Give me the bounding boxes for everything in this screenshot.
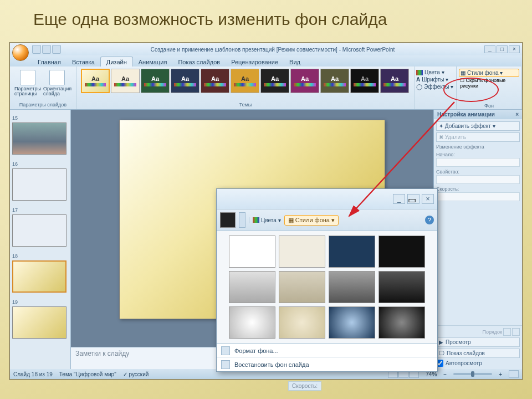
colors-icon	[253, 217, 259, 223]
remove-effect-label: Удалить	[445, 134, 466, 140]
fit-to-window-button[interactable]	[509, 370, 519, 378]
slide-thumb-19[interactable]: 19	[12, 296, 68, 339]
tab-view[interactable]: Вид	[284, 57, 306, 66]
theme-thumb[interactable]: Aa	[350, 69, 379, 93]
bg-style-6[interactable]	[279, 271, 325, 303]
help-icon[interactable]: ?	[425, 216, 434, 224]
theme-aa-label: Aa	[181, 75, 189, 82]
zoom-out-button[interactable]: −	[443, 371, 447, 377]
bg-style-7[interactable]	[329, 271, 375, 303]
add-effect-button[interactable]: ✦ Добавить эффект ▾	[436, 121, 520, 131]
theme-thumb[interactable]: Aa	[171, 69, 200, 93]
background-styles-button[interactable]: ▦Стили фона ▾	[459, 69, 519, 77]
orientation-button[interactable]: Ориентация слайда	[43, 70, 71, 96]
anim-pane-close-icon[interactable]: ×	[515, 111, 519, 117]
slide-num: 17	[12, 207, 18, 213]
popup-ribbon: Цвета ▾ ▦Стили фона ▾ ?	[217, 209, 437, 231]
tab-animation[interactable]: Анимация	[133, 57, 173, 66]
order-up-button[interactable]	[503, 328, 511, 336]
theme-thumb[interactable]: Aa	[201, 69, 229, 93]
bg-style-2[interactable]	[279, 236, 325, 268]
zoom-value[interactable]: 74%	[426, 371, 437, 377]
qat-save-icon[interactable]	[32, 45, 41, 54]
popup-colors-button[interactable]: Цвета ▾	[253, 217, 281, 223]
property-field[interactable]	[436, 175, 520, 184]
theme-thumb[interactable]: Aa	[380, 69, 409, 93]
autopreview-checkbox[interactable]: Автопросмотр	[436, 360, 520, 367]
qat-undo-icon[interactable]	[42, 45, 51, 54]
qat-redo-icon[interactable]	[52, 45, 61, 54]
tab-insert[interactable]: Вставка	[66, 57, 100, 66]
theme-thumb[interactable]: Aa	[320, 69, 349, 93]
slide-thumb-15[interactable]: 15	[12, 112, 68, 155]
theme-aa-label: Aa	[271, 75, 279, 82]
effects-icon: ◯	[416, 84, 422, 90]
bg-style-8[interactable]	[378, 271, 425, 303]
slideshow-button[interactable]: 🖵 Показ слайдов	[436, 349, 520, 358]
zoom-slider[interactable]	[453, 373, 492, 375]
animation-pane: Настройка анимации× ✦ Добавить эффект ▾ …	[433, 110, 522, 369]
theme-thumb[interactable]: Aa	[111, 69, 140, 93]
group-label-themes: Темы	[79, 101, 412, 108]
background-gallery	[217, 231, 437, 344]
bg-style-1[interactable]	[229, 236, 275, 268]
slide-thumb-18[interactable]: 18	[12, 250, 68, 293]
bg-style-11[interactable]	[329, 306, 375, 339]
remove-effect-button[interactable]: ✖ Удалить	[436, 132, 520, 142]
bg-style-5[interactable]	[229, 271, 275, 303]
order-label: Порядок	[483, 329, 502, 335]
speed-field[interactable]	[436, 192, 520, 201]
maximize-button[interactable]: □	[497, 45, 508, 53]
background-styles-popup: _ ▭ × Цвета ▾ ▦Стили фона ▾ ? Формат фон…	[216, 188, 438, 372]
status-language[interactable]: ✓ русский	[123, 371, 149, 377]
slide-num: 18	[12, 253, 18, 259]
themes-gallery[interactable]: Aa Aa Aa Aa Aa Aa Aa Aa Aa Aa Aa	[79, 68, 412, 100]
start-field[interactable]	[436, 158, 520, 167]
anim-pane-title-text: Настройка анимации	[437, 111, 495, 117]
tab-review[interactable]: Рецензирование	[226, 57, 284, 66]
speed-label: Скорость:	[436, 186, 520, 192]
tab-home[interactable]: Главная	[32, 57, 66, 66]
popup-minimize-button[interactable]: _	[393, 194, 405, 204]
colors-icon	[416, 70, 423, 75]
popup-bg-styles-button[interactable]: ▦Стили фона ▾	[284, 215, 339, 226]
status-slide: Слайд 18 из 19	[13, 371, 53, 377]
preview-button[interactable]: ▶ Просмотр	[436, 337, 520, 347]
slide-thumb-16[interactable]: 16	[12, 158, 68, 201]
restore-background-menuitem[interactable]: Восстановить фон слайда	[217, 357, 437, 371]
change-effect-label: Изменение эффекта	[436, 144, 520, 150]
bg-style-9[interactable]	[229, 306, 275, 339]
theme-thumb[interactable]: Aa	[231, 69, 259, 93]
start-label: Начало:	[436, 152, 520, 157]
popup-restore-button[interactable]: ▭	[407, 194, 420, 204]
format-background-menuitem[interactable]: Формат фона...	[217, 344, 437, 357]
theme-aa-label: Aa	[391, 75, 398, 82]
office-button[interactable]	[12, 44, 29, 61]
bg-style-10[interactable]	[279, 306, 325, 339]
colors-button[interactable]: Цвета ▾	[416, 69, 455, 76]
theme-thumb[interactable]: Aa	[260, 69, 289, 93]
order-down-button[interactable]	[512, 328, 520, 336]
close-button[interactable]: ×	[509, 45, 520, 53]
theme-thumb[interactable]: Aa	[290, 69, 319, 93]
tab-design[interactable]: Дизайн	[100, 57, 133, 66]
zoom-in-button[interactable]: +	[499, 371, 502, 377]
slide-thumb-17[interactable]: 17	[12, 204, 68, 247]
page-setup-label: Параметры страницы	[14, 86, 41, 96]
bg-styles-icon: ▦	[288, 217, 294, 224]
bg-style-12[interactable]	[378, 306, 425, 339]
autopreview-label: Автопросмотр	[446, 360, 482, 366]
popup-bg-styles-label: Стили фона	[295, 217, 330, 223]
anim-pane-title: Настройка анимации×	[434, 110, 522, 119]
minimize-button[interactable]: _	[484, 45, 495, 53]
restore-bg-label: Восстановить фон слайда	[234, 361, 309, 368]
tab-slideshow[interactable]: Показ слайдов	[172, 57, 226, 66]
themes-more-button[interactable]	[239, 212, 245, 228]
bg-style-4[interactable]	[378, 236, 425, 268]
popup-close-button[interactable]: ×	[422, 194, 434, 204]
page-setup-button[interactable]: Параметры страницы	[14, 70, 41, 96]
bg-style-3[interactable]	[329, 236, 375, 268]
theme-thumb-selected[interactable]: Aa	[81, 69, 110, 93]
theme-thumb[interactable]: Aa	[141, 69, 170, 93]
slide-thumbnails-pane[interactable]: 15 16 17 18 19	[10, 110, 71, 369]
